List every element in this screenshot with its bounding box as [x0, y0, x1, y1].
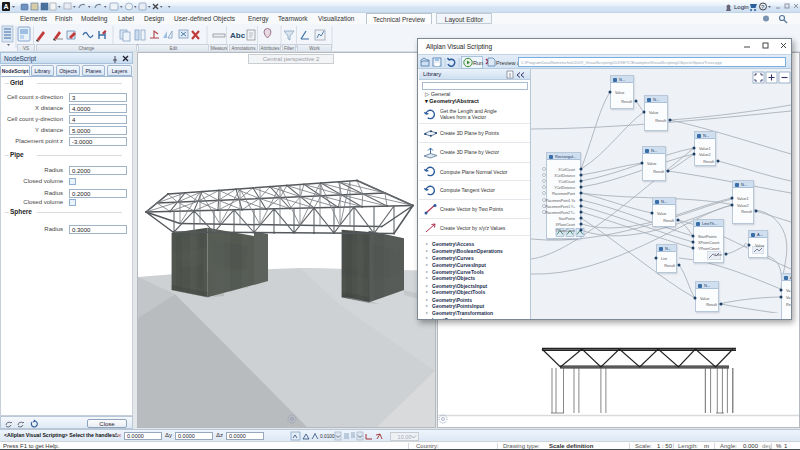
svg-text:PlacementPoint2 Y+: PlacementPoint2 Y+ [545, 211, 575, 215]
svg-text:List: List [661, 257, 668, 261]
svg-text:XCellDistance: XCellDistance [554, 174, 575, 178]
svg-text:Value: Value [615, 91, 624, 95]
svg-text:Value: Value [755, 244, 764, 248]
svg-text:0.0100: 0.0100 [320, 434, 335, 439]
svg-text:Line: Line [715, 253, 722, 257]
svg-text:YPointCount: YPointCount [698, 247, 720, 251]
svg-text:Result: Result [655, 119, 667, 123]
svg-text:A: A [3, 3, 8, 10]
svg-text:Result: Result [664, 264, 676, 268]
svg-text:PlacementPoint: PlacementPoint [552, 192, 575, 196]
svg-text:Value2: Value2 [699, 153, 711, 157]
svg-text:Value: Value [657, 212, 666, 216]
svg-text:Value: Value [700, 297, 709, 301]
svg-text:Preview all: Preview all [496, 60, 518, 66]
svg-text:Result: Result [621, 100, 633, 104]
svg-text:PlacementPoint1 Y+: PlacementPoint1 Y+ [545, 205, 575, 209]
svg-text:Va..: Va.. [786, 289, 791, 293]
svg-text:Result: Result [703, 160, 715, 164]
svg-text:Abc: Abc [230, 31, 246, 40]
svg-text:XCellCount: XCellCount [558, 168, 575, 172]
svg-text:XPointCount: XPointCount [698, 241, 720, 245]
svg-text:Value1: Value1 [737, 197, 749, 201]
svg-text:Run: Run [473, 60, 483, 66]
svg-text:Result: Result [653, 170, 665, 174]
svg-text:PlacementPoint1 Yo: PlacementPoint1 Yo [545, 199, 575, 203]
svg-text:Login: Login [734, 4, 749, 10]
svg-text:Value: Value [649, 111, 658, 115]
svg-text:Result: Result [706, 303, 718, 307]
svg-text:YPlaneCount: YPlaneCount [556, 229, 576, 233]
svg-text:?: ? [761, 4, 765, 10]
svg-text:Value2: Value2 [737, 204, 749, 208]
svg-text:StartPoints: StartPoints [698, 235, 717, 239]
svg-text:Value1: Value1 [699, 147, 711, 151]
svg-text:Value: Value [647, 162, 656, 166]
svg-text:Result: Result [663, 219, 675, 223]
svg-text:YCellDistance: YCellDistance [554, 186, 575, 190]
svg-text:Result: Result [741, 210, 753, 214]
svg-text:Re..: Re.. [786, 303, 791, 307]
svg-text:StartPoints: StartPoints [559, 217, 575, 221]
svg-text:XPlaneCount: XPlaneCount [556, 223, 576, 227]
svg-text:Va..: Va.. [786, 296, 791, 300]
svg-text:YCellCount: YCellCount [558, 180, 575, 184]
